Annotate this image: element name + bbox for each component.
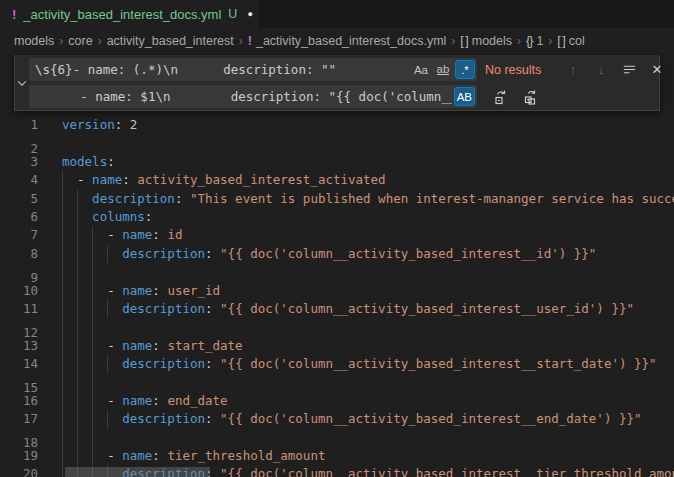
breadcrumb-separator: › — [548, 34, 552, 48]
tab-active-file[interactable]: ! _activity_based_interest_docs.yml U ● — [0, 0, 260, 28]
code-line[interactable]: 6 columns: — [0, 208, 674, 226]
code-line[interactable]: 5 description: "This event is published … — [0, 190, 674, 208]
line-content: - name: start_date — [62, 337, 243, 355]
replace-input[interactable]: - name: $1\n description: "{{ doc('colum… — [29, 85, 477, 108]
breadcrumb-item-1[interactable]: {}1 — [526, 34, 543, 48]
indent-guide — [77, 429, 78, 447]
chevron-down-icon — [15, 76, 29, 90]
breadcrumb: models›core›activity_based_interest›!_ac… — [0, 28, 674, 54]
breadcrumb-item-col[interactable]: [ ]col — [557, 34, 584, 48]
breadcrumb-item-activity_based_interest[interactable]: activity_based_interest — [107, 34, 234, 48]
indent-guide — [107, 245, 108, 263]
close-find-button[interactable]: ✕ — [647, 60, 667, 80]
breadcrumb-label: activity_based_interest — [107, 34, 234, 48]
indent-guide — [77, 190, 78, 208]
indent-guide — [107, 300, 108, 318]
code-line[interactable]: 17 description: "{{ doc('column__activit… — [0, 410, 674, 428]
line-number: 5 — [0, 190, 38, 208]
code-token: - — [62, 172, 92, 187]
code-line[interactable]: 1version: 2 — [0, 116, 674, 134]
indent-guide — [62, 429, 63, 447]
line-number: 16 — [0, 392, 38, 410]
tab-bar: ! _activity_based_interest_docs.yml U ● — [0, 0, 674, 28]
code-line[interactable]: 7 - name: id — [0, 226, 674, 244]
indent-guide — [92, 282, 93, 300]
breadcrumb-item-models[interactable]: [ ]models — [460, 34, 512, 48]
line-content: description: "{{ doc('column__activity_b… — [62, 245, 596, 263]
breadcrumb-item-_activity_based_interest_docs.yml[interactable]: !_activity_based_interest_docs.yml — [248, 34, 447, 48]
code-line[interactable]: 14 description: "{{ doc('column__activit… — [0, 355, 674, 373]
breadcrumb-item-core[interactable]: core — [68, 34, 92, 48]
breadcrumb-label: models — [472, 34, 512, 48]
replace-icon — [493, 89, 509, 105]
code-line[interactable]: 19 - name: tier_threshold_amount — [0, 447, 674, 465]
find-input[interactable]: \s{6}- name: (.*)\n description: "" Aa a… — [29, 58, 477, 81]
indent-guide — [62, 373, 63, 391]
code-line[interactable]: 2 — [0, 134, 674, 152]
breadcrumb-label: 1 — [536, 34, 543, 48]
whole-word-button[interactable]: ab — [433, 60, 453, 79]
line-content: - name: tier_threshold_amount — [62, 447, 325, 465]
breadcrumb-separator: › — [451, 34, 455, 48]
code-token: "{{ doc('column__activity_based_interest… — [220, 246, 596, 261]
regex-button[interactable]: .* — [455, 60, 475, 79]
code-line[interactable]: 11 description: "{{ doc('column__activit… — [0, 300, 674, 318]
code-line[interactable]: 13 - name: start_date — [0, 337, 674, 355]
code-token: version — [62, 117, 115, 132]
code-token: user_id — [167, 283, 220, 298]
breadcrumb-separator: › — [98, 34, 102, 48]
find-in-selection-button[interactable] — [619, 60, 639, 80]
horizontal-scrollbar[interactable] — [65, 467, 210, 477]
line-number: 19 — [0, 447, 38, 465]
code-line[interactable]: 9 — [0, 263, 674, 281]
indent-guide — [62, 465, 63, 477]
code-token: : — [152, 283, 167, 298]
code-line[interactable]: 12 — [0, 318, 674, 336]
code-token: activity_based_interest_activated — [137, 172, 385, 187]
indent-guide — [92, 410, 93, 428]
code-area[interactable]: 1version: 223models:4 - name: activity_b… — [0, 54, 674, 477]
line-number: 20 — [0, 465, 38, 477]
line-content: - name: activity_based_interest_activate… — [62, 171, 386, 189]
code-line[interactable]: 3models: — [0, 153, 674, 171]
indent-guide — [107, 355, 108, 373]
line-number: 1 — [0, 116, 38, 134]
line-content: models: — [62, 153, 115, 171]
indent-guide — [92, 355, 93, 373]
replace-button[interactable] — [491, 87, 511, 107]
replace-all-button[interactable] — [521, 87, 541, 107]
indent-guide — [77, 226, 78, 244]
modified-dot-icon[interactable]: ● — [247, 9, 252, 19]
breadcrumb-label: core — [68, 34, 92, 48]
code-line[interactable]: 10 - name: user_id — [0, 282, 674, 300]
line-number: 13 — [0, 337, 38, 355]
breadcrumb-item-models[interactable]: models — [14, 34, 54, 48]
yaml-file-icon: ! — [248, 34, 252, 48]
previous-match-button[interactable]: ↑ — [563, 60, 583, 80]
code-line[interactable]: 16 - name: end_date — [0, 392, 674, 410]
code-token: id — [167, 227, 182, 242]
breadcrumb-label: _activity_based_interest_docs.yml — [256, 34, 446, 48]
match-case-button[interactable]: Aa — [411, 60, 431, 79]
code-line[interactable]: 18 — [0, 429, 674, 447]
indent-guide — [62, 245, 63, 263]
indent-guide — [62, 171, 63, 189]
preserve-case-button[interactable]: AB — [454, 87, 475, 106]
code-token: : — [152, 227, 167, 242]
code-line[interactable]: 8 description: "{{ doc('column__activity… — [0, 245, 674, 263]
line-content: - name: id — [62, 226, 182, 244]
line-number: 14 — [0, 355, 38, 373]
next-match-button[interactable]: ↓ — [591, 60, 611, 80]
breadcrumb-separator: › — [59, 34, 63, 48]
code-line[interactable]: 15 — [0, 373, 674, 391]
find-query-text: \s{6}- name: (.*)\n description: "" — [35, 62, 409, 77]
code-line[interactable]: 4 - name: activity_based_interest_activa… — [0, 171, 674, 189]
line-number: 8 — [0, 245, 38, 263]
editor: \s{6}- name: (.*)\n description: "" Aa a… — [0, 54, 674, 477]
indent-guide — [77, 447, 78, 465]
indent-guide — [62, 392, 63, 410]
toggle-replace-button[interactable] — [15, 55, 29, 110]
code-token: : — [205, 411, 220, 426]
code-token: description — [92, 191, 175, 206]
arrow-up-icon: ↑ — [570, 62, 577, 77]
